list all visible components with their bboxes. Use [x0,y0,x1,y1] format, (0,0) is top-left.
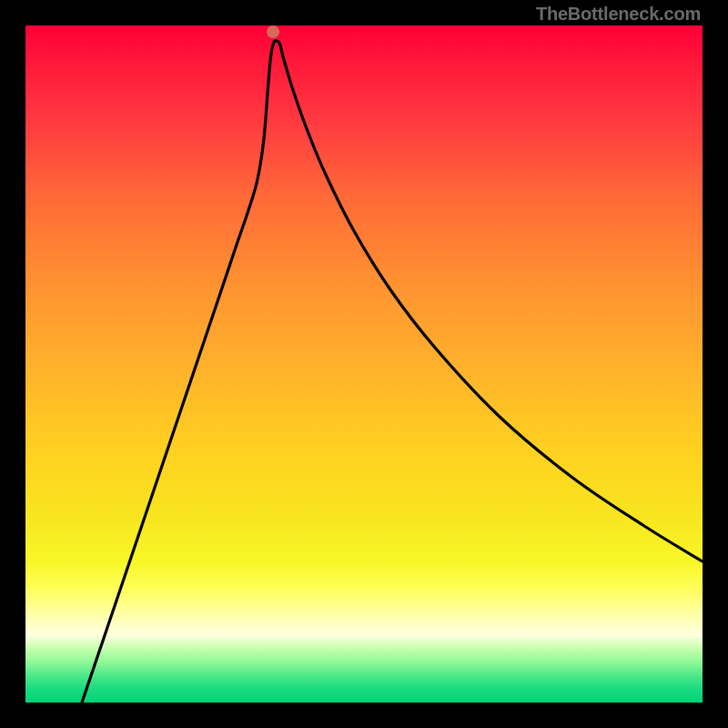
chart-svg [25,25,703,703]
marker-dot [267,25,279,38]
chart-frame: TheBottleneck.com [0,0,728,728]
watermark-label: TheBottleneck.com [536,4,701,25]
plot-area [25,25,703,703]
curve-line [82,41,703,703]
